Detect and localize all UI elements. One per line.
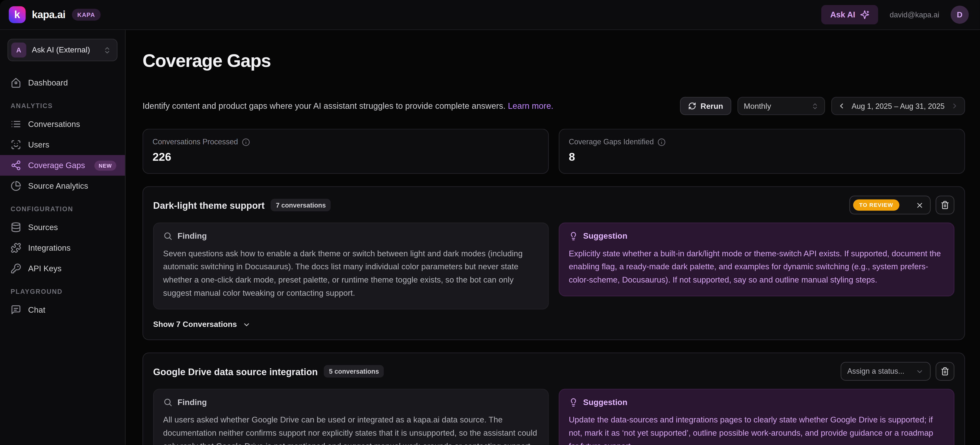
workspace-name: Ask AI (External) xyxy=(32,46,97,54)
prev-period-button[interactable] xyxy=(837,102,845,110)
finding-panel: Finding All users asked whether Google D… xyxy=(153,389,549,445)
show-conversations-button[interactable]: Show 7 Conversations xyxy=(153,319,251,330)
topbar: k kapa.ai KAPA Ask AI david@kapa.ai D xyxy=(0,0,980,30)
next-period-button[interactable] xyxy=(951,102,959,110)
workspace-selector[interactable]: A Ask AI (External) xyxy=(8,39,118,61)
sidebar-item-label: Conversations xyxy=(28,119,116,129)
sidebar-item-source-analytics[interactable]: Source Analytics xyxy=(0,176,125,196)
share-network-icon xyxy=(11,160,21,170)
lightbulb-icon xyxy=(569,398,578,407)
sidebar-item-label: Dashboard xyxy=(28,78,116,87)
rerun-button[interactable]: Rerun xyxy=(680,97,731,115)
ask-ai-label: Ask AI xyxy=(830,10,855,19)
database-icon xyxy=(11,222,21,232)
rerun-label: Rerun xyxy=(700,102,723,111)
finding-panel: Finding Seven questions ask how to enabl… xyxy=(153,222,549,310)
sidebar-item-users[interactable]: Users xyxy=(0,134,125,155)
conversations-count-badge: 5 conversations xyxy=(324,365,384,378)
user-email: david@kapa.ai xyxy=(889,10,939,19)
close-icon xyxy=(916,201,924,209)
sidebar-item-sources[interactable]: Sources xyxy=(0,217,125,237)
sidebar-section-playground: PLAYGROUND xyxy=(0,279,125,299)
search-icon xyxy=(163,398,172,407)
main-content: Coverage Gaps Identify content and produ… xyxy=(126,30,980,445)
gap-title: Dark-light theme support xyxy=(153,200,265,210)
sparkles-icon xyxy=(860,10,870,19)
stat-label: Coverage Gaps Identified xyxy=(569,137,654,146)
user-avatar[interactable]: D xyxy=(951,6,969,24)
page-description: Identify content and product gaps where … xyxy=(143,101,554,111)
sidebar-item-dashboard[interactable]: Dashboard xyxy=(0,73,125,93)
chevron-right-icon xyxy=(951,102,959,110)
list-icon xyxy=(11,119,21,129)
gap-card: Dark-light theme support 7 conversations… xyxy=(143,186,965,340)
new-badge: NEW xyxy=(94,160,116,170)
chevron-down-icon xyxy=(916,367,924,375)
show-conversations-label: Show 7 Conversations xyxy=(153,320,237,329)
key-icon xyxy=(11,263,21,274)
stat-label: Conversations Processed xyxy=(153,137,238,146)
sidebar-item-conversations[interactable]: Conversations xyxy=(0,114,125,134)
learn-more-link[interactable]: Learn more. xyxy=(508,101,554,111)
search-icon xyxy=(163,231,172,241)
sidebar-section-analytics: ANALYTICS xyxy=(0,93,125,114)
finding-label: Finding xyxy=(177,231,207,241)
sidebar-item-label: Sources xyxy=(28,222,116,232)
sidebar-item-coverage-gaps[interactable]: Coverage Gaps NEW xyxy=(0,155,125,176)
scan-face-icon xyxy=(11,140,21,150)
chevron-down-icon xyxy=(243,321,251,329)
workspace-avatar: A xyxy=(11,42,26,57)
clear-status-button[interactable] xyxy=(916,201,924,209)
stat-card-conversations-processed: Conversations Processed 226 xyxy=(143,129,549,174)
date-range-value[interactable]: Aug 1, 2025 – Aug 31, 2025 xyxy=(852,102,945,111)
sidebar-item-api-keys[interactable]: API Keys xyxy=(0,258,125,279)
gap-card: Google Drive data source integration 5 c… xyxy=(143,353,965,445)
sidebar-item-chat[interactable]: Chat xyxy=(0,299,125,320)
sidebar-item-label: Chat xyxy=(28,305,116,315)
assign-status-select[interactable]: Assign a status... xyxy=(840,362,931,381)
info-icon[interactable] xyxy=(242,138,250,146)
trash-icon xyxy=(940,201,950,210)
trash-icon xyxy=(940,367,950,376)
ask-ai-button[interactable]: Ask AI xyxy=(821,5,878,24)
assign-status-placeholder: Assign a status... xyxy=(847,367,904,376)
period-value: Monthly xyxy=(744,102,811,111)
puzzle-icon xyxy=(11,243,21,253)
period-select[interactable]: Monthly xyxy=(737,97,825,115)
brand[interactable]: k kapa.ai KAPA xyxy=(9,6,101,23)
finding-text: All users asked whether Google Drive can… xyxy=(163,413,539,445)
brand-name: kapa.ai xyxy=(32,9,65,21)
stat-card-coverage-gaps-identified: Coverage Gaps Identified 8 xyxy=(559,129,965,174)
chat-bubble-icon xyxy=(11,304,21,315)
status-badge: TO REVIEW xyxy=(853,199,899,211)
stat-value: 8 xyxy=(569,151,955,164)
status-select[interactable]: TO REVIEW xyxy=(849,195,931,215)
page-title: Coverage Gaps xyxy=(143,51,965,71)
delete-gap-button[interactable] xyxy=(935,362,955,381)
stat-value: 226 xyxy=(153,151,539,164)
suggestion-panel: Suggestion Update the data-sources and i… xyxy=(559,389,955,445)
chevrons-up-down-icon xyxy=(103,46,111,54)
app-window: k kapa.ai KAPA Ask AI david@kapa.ai D A … xyxy=(0,0,980,445)
sidebar-item-label: Source Analytics xyxy=(28,181,116,191)
refresh-icon xyxy=(688,102,696,110)
suggestion-label: Suggestion xyxy=(583,398,627,407)
controls: Rerun Monthly Aug 1, 2025 – Aug 31, 2025 xyxy=(680,97,965,115)
sidebar-item-integrations[interactable]: Integrations xyxy=(0,237,125,258)
pie-chart-icon xyxy=(11,181,21,191)
sidebar-section-configuration: CONFIGURATION xyxy=(0,196,125,217)
suggestion-panel: Suggestion Explicitly state whether a bu… xyxy=(559,222,955,296)
sidebar: A Ask AI (External) Dashboard ANALYTICS … xyxy=(0,30,126,445)
sidebar-item-label: Users xyxy=(28,140,116,149)
chevron-left-icon xyxy=(837,102,845,110)
kapa-logo-icon: k xyxy=(9,6,26,23)
info-icon[interactable] xyxy=(657,138,666,146)
delete-gap-button[interactable] xyxy=(935,195,955,215)
lightbulb-icon xyxy=(569,231,578,241)
env-badge: KAPA xyxy=(72,9,101,21)
suggestion-text: Explicitly state whether a built-in dark… xyxy=(569,247,944,286)
finding-text: Seven questions ask how to enable a dark… xyxy=(163,247,539,300)
sidebar-item-label: Coverage Gaps xyxy=(28,161,88,170)
sidebar-item-label: API Keys xyxy=(28,264,116,273)
suggestion-text: Update the data-sources and integrations… xyxy=(569,413,944,445)
